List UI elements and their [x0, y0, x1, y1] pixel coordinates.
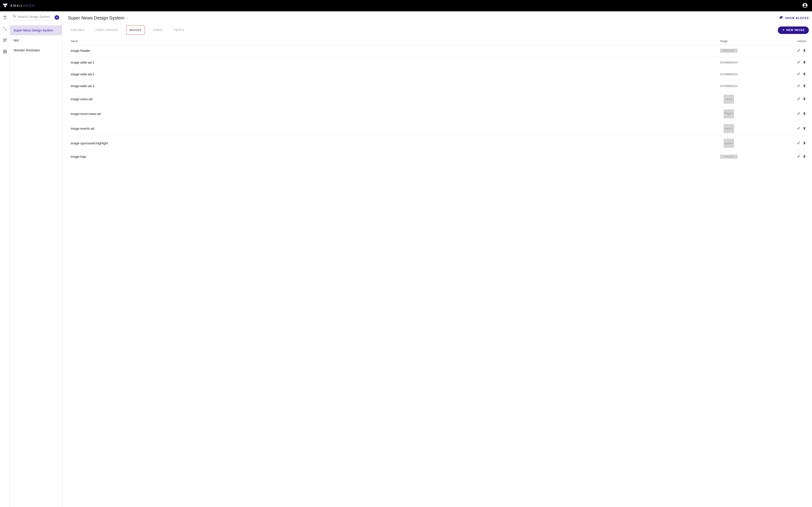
- sidebar-item[interactable]: test: [10, 35, 62, 45]
- delete-icon[interactable]: [803, 155, 806, 159]
- svg-rect-7: [3, 41, 5, 42]
- image-placeholder: More News AD: [724, 109, 734, 118]
- show-blocks-button[interactable]: SHOW BLOCKS: [779, 16, 809, 20]
- cell-image: HEADER IMAGE: [720, 49, 779, 53]
- table-row: image-wide-ad-2Wide AD 2: [68, 68, 809, 80]
- cell-actions: [779, 126, 806, 130]
- svg-rect-6: [5, 39, 6, 40]
- account-icon[interactable]: [802, 2, 808, 9]
- cell-name: image-events-ad: [71, 127, 720, 130]
- delete-icon[interactable]: [803, 141, 806, 145]
- edit-icon[interactable]: [797, 155, 801, 159]
- page-title-dropdown[interactable]: Super News Design System: [68, 15, 129, 20]
- edit-icon[interactable]: [797, 126, 801, 130]
- edit-icon[interactable]: [797, 141, 801, 145]
- page-title: Super News Design System: [68, 15, 124, 20]
- search-icon: [13, 14, 16, 19]
- cell-actions: [779, 141, 806, 145]
- delete-icon[interactable]: [803, 112, 806, 116]
- cell-image: Sponsored: [720, 139, 779, 148]
- cell-actions: [779, 112, 806, 116]
- edit-icon[interactable]: [797, 84, 801, 88]
- table-row: image-wide-ad-1Wide AD 1: [68, 57, 809, 68]
- cell-image: Events AD: [720, 124, 779, 133]
- cell-name: image-sponsored-highlight: [71, 142, 720, 145]
- cell-actions: [779, 155, 806, 159]
- cell-image: Wide AD 3: [720, 85, 779, 87]
- rail-module-add-icon[interactable]: [2, 38, 8, 43]
- cell-name: image-header: [71, 49, 720, 53]
- cell-name: image-logo: [71, 155, 720, 159]
- image-placeholder: HEADER IMAGE: [720, 49, 738, 53]
- svg-rect-11: [780, 16, 782, 18]
- svg-rect-8: [3, 50, 7, 53]
- delete-icon[interactable]: [803, 72, 806, 76]
- image-placeholder: News AD: [724, 95, 734, 104]
- cell-image: HUGE LOGO: [720, 155, 779, 159]
- svg-rect-5: [3, 39, 5, 40]
- cell-actions: [779, 84, 806, 88]
- rail-tools-icon[interactable]: [2, 26, 8, 32]
- chevron-down-icon: [126, 15, 129, 20]
- image-placeholder: Events AD: [724, 124, 734, 133]
- image-placeholder: Sponsored: [724, 139, 734, 148]
- search-row: [10, 14, 62, 22]
- rail-grid-icon[interactable]: [2, 49, 8, 54]
- table-row: image-more-news-adMore News AD: [68, 107, 809, 121]
- tab-font-stacks[interactable]: FONT STACKS: [93, 25, 121, 35]
- cell-name: image-news-ad: [71, 97, 720, 101]
- tab-images[interactable]: IMAGES: [126, 25, 145, 35]
- th-name: Name: [71, 40, 720, 43]
- new-image-button[interactable]: NEW IMAGE: [778, 26, 809, 34]
- search-input[interactable]: [18, 15, 53, 18]
- delete-icon[interactable]: [803, 126, 806, 130]
- edit-icon[interactable]: [797, 112, 801, 116]
- add-design-system-button[interactable]: [55, 15, 59, 20]
- delete-icon[interactable]: [803, 84, 806, 88]
- cell-image: Wide AD 1: [720, 61, 779, 64]
- tab-colors[interactable]: COLORS: [68, 25, 87, 35]
- table-row: image-sponsored-highlightSponsored: [68, 136, 809, 151]
- table-row: image-wide-ad-3Wide AD 3: [68, 80, 809, 92]
- brand-text-email: EMAIL: [10, 4, 23, 7]
- table-header: Name Image Actions: [68, 38, 809, 45]
- rail-clipboard-icon[interactable]: [2, 15, 8, 20]
- delete-icon[interactable]: [803, 60, 806, 64]
- cell-image: News AD: [720, 95, 779, 104]
- image-placeholder: HUGE LOGO: [720, 155, 738, 159]
- table-row: image-headerHEADER IMAGE: [68, 45, 809, 57]
- cell-name: image-wide-ad-2: [71, 72, 720, 76]
- delete-icon[interactable]: [803, 49, 806, 53]
- cell-actions: [779, 97, 806, 101]
- new-image-label: NEW IMAGE: [786, 29, 805, 32]
- image-placeholder: Wide AD 3: [720, 85, 738, 87]
- table-body: image-headerHEADER IMAGEimage-wide-ad-1W…: [68, 45, 809, 163]
- cell-actions: [779, 49, 806, 53]
- sidebar-item[interactable]: Super News Design System: [10, 25, 62, 35]
- table-row: image-events-adEvents AD: [68, 121, 809, 136]
- tab-links[interactable]: LINKS: [150, 25, 165, 35]
- edit-icon[interactable]: [797, 49, 801, 53]
- cell-image: More News AD: [720, 109, 779, 118]
- sidebar-item[interactable]: Monster Rockstars: [10, 45, 62, 55]
- th-actions: Actions: [779, 40, 806, 43]
- edit-icon[interactable]: [797, 60, 801, 64]
- delete-icon[interactable]: [803, 97, 806, 101]
- edit-icon[interactable]: [797, 72, 801, 76]
- table-row: image-logoHUGE LOGO: [68, 151, 809, 163]
- show-blocks-label: SHOW BLOCKS: [785, 16, 809, 20]
- tab-texts[interactable]: TEXTS: [171, 25, 187, 35]
- cell-name: image-more-news-ad: [71, 112, 720, 116]
- main-content: Super News Design System SHOW BLOCKS COL…: [62, 11, 812, 507]
- th-image: Image: [720, 40, 779, 43]
- tabs-row: COLORSFONT STACKSIMAGESLINKSTEXTS NEW IM…: [68, 25, 809, 35]
- image-placeholder: Wide AD 2: [720, 73, 738, 75]
- table-row: image-news-adNews AD: [68, 92, 809, 107]
- cell-actions: [779, 60, 806, 64]
- cell-name: image-wide-ad-1: [71, 61, 720, 64]
- edit-icon[interactable]: [797, 97, 801, 101]
- brand-logo-icon: [2, 3, 8, 9]
- cell-image: Wide AD 2: [720, 73, 779, 75]
- nav-rail: [0, 11, 10, 507]
- brand: EMAILHERO: [2, 3, 35, 9]
